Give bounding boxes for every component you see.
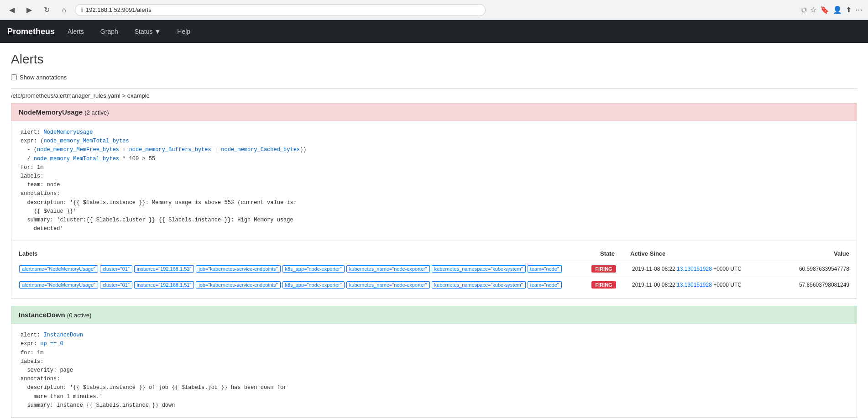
show-annotations-checkbox[interactable]	[11, 74, 17, 80]
label-tag-0-1-5: kubernetes_name="node-exporter"	[346, 281, 430, 289]
value-col-0-1: 57.85603798081249	[767, 282, 849, 288]
table-row-0-0: alertname="NodeMemoryUsage"cluster="01"i…	[19, 261, 849, 277]
labels-tags-col-0-1: alertname="NodeMemoryUsage"cluster="01"i…	[19, 281, 579, 289]
state-col-0-0: FIRING	[581, 265, 627, 273]
active-since-link-0-0[interactable]: 13.130151928	[677, 266, 712, 272]
alert-name-0: NodeMemoryUsage	[19, 108, 83, 116]
label-tag-0-1-2: instance="192.168.1.51"	[134, 281, 194, 289]
navbar-alerts-link[interactable]: Alerts	[64, 26, 88, 37]
label-tag-0-1-7: team="node"	[528, 281, 562, 289]
home-button[interactable]: ⌂	[58, 4, 70, 16]
label-tag-0-0-7: team="node"	[528, 265, 562, 273]
state-col-0-1: FIRING	[581, 281, 627, 289]
security-icon: ℹ	[81, 6, 83, 14]
navbar: Prometheus Alerts Graph Status ▼ Help	[0, 20, 868, 43]
profile-icon[interactable]: 👤	[833, 5, 842, 14]
page-title: Alerts	[11, 52, 857, 67]
back-button[interactable]: ◀	[5, 4, 18, 16]
navbar-status-dropdown[interactable]: Status ▼	[131, 26, 165, 37]
show-annotations-label[interactable]: Show annotations	[11, 74, 857, 81]
alert-section-0: NodeMemoryUsage (2 active)alert: NodeMem…	[11, 103, 857, 299]
bookmark-icon[interactable]: 🔖	[820, 5, 829, 14]
page-content: Alerts Show annotations /etc/prometheus/…	[0, 43, 868, 420]
rule-group-path: /etc/prometheus/alertmanager_rules.yaml …	[11, 88, 857, 103]
alert-header-1[interactable]: InstanceDown (0 active)	[11, 306, 857, 324]
navbar-brand[interactable]: Prometheus	[7, 27, 55, 37]
share-icon[interactable]: ⬆	[846, 5, 852, 14]
active-since-col-0-1: 2019-11-00 08:22:13.130151928 +0000 UTC	[628, 282, 765, 288]
firing-badge-0-0: FIRING	[591, 265, 616, 273]
label-tag-0-0-3: job="kubernetes-service-endpoints"	[196, 265, 280, 273]
active-since-link-0-1[interactable]: 13.130151928	[677, 282, 712, 288]
label-tag-0-0-0: alertname="NodeMemoryUsage"	[19, 265, 98, 273]
alert-rule-block-1: alert: InstanceDown expr: up == 0 for: 1…	[11, 324, 857, 418]
alert-header-0[interactable]: NodeMemoryUsage (2 active)	[11, 103, 857, 121]
firing-badge-0-1: FIRING	[591, 281, 616, 289]
label-tag-0-0-6: kubernetes_namespace="kube-system"	[432, 265, 526, 273]
alert-section-1: InstanceDown (0 active)alert: InstanceDo…	[11, 306, 857, 418]
address-bar[interactable]: ℹ 192.168.1.52:9091/alerts	[75, 4, 486, 16]
label-tag-0-1-4: k8s_app="node-exporter"	[282, 281, 345, 289]
forward-button[interactable]: ▶	[23, 4, 36, 16]
label-tag-0-1-1: cluster="01"	[100, 281, 132, 289]
alert-groups-container: NodeMemoryUsage (2 active)alert: NodeMem…	[11, 103, 857, 418]
active-since-col-header: Active Since	[630, 250, 767, 257]
alert-rule-block-0: alert: NodeMemoryUsage expr: (node_memor…	[11, 121, 857, 241]
alert-name-1: InstanceDown	[19, 311, 65, 319]
browser-chrome: ◀ ▶ ↻ ⌂ ℹ 192.168.1.52:9091/alerts ⧉ ☆ 🔖…	[0, 0, 868, 20]
labels-section-0: Labels State Active Since Value alertnam…	[11, 241, 857, 299]
label-tag-0-1-6: kubernetes_namespace="kube-system"	[432, 281, 526, 289]
dropdown-caret-icon: ▼	[154, 28, 161, 35]
reload-button[interactable]: ↻	[40, 4, 53, 16]
browser-right-icons: ⧉ ☆ 🔖 👤 ⬆ ⋯	[801, 5, 863, 14]
tab-icon[interactable]: ⧉	[801, 6, 806, 14]
star-icon[interactable]: ☆	[810, 5, 816, 14]
navbar-help-link[interactable]: Help	[173, 26, 194, 37]
value-col-header: Value	[767, 250, 849, 257]
value-col-0-0: 60.59876339547778	[767, 266, 849, 272]
labels-tags-col-0-0: alertname="NodeMemoryUsage"cluster="01"i…	[19, 265, 579, 273]
url-text: 192.168.1.52:9091/alerts	[86, 6, 152, 13]
label-tag-0-1-0: alertname="NodeMemoryUsage"	[19, 281, 98, 289]
label-tag-0-1-3: job="kubernetes-service-endpoints"	[196, 281, 280, 289]
navbar-graph-link[interactable]: Graph	[97, 26, 122, 37]
menu-icon[interactable]: ⋯	[855, 5, 863, 14]
table-row-0-1: alertname="NodeMemoryUsage"cluster="01"i…	[19, 277, 849, 293]
alert-count-0: (2 active)	[84, 109, 109, 116]
labels-col-header: Labels	[19, 250, 585, 257]
alert-count-1: (0 active)	[67, 312, 91, 319]
active-since-col-0-0: 2019-11-08 08:22:13.130151928 +0000 UTC	[628, 266, 765, 272]
state-col-header: State	[585, 250, 630, 257]
label-tag-0-0-4: k8s_app="node-exporter"	[282, 265, 345, 273]
labels-table-header-0: Labels State Active Since Value	[19, 247, 849, 261]
label-tag-0-0-2: instance="192.168.1.52"	[134, 265, 194, 273]
label-tag-0-0-1: cluster="01"	[100, 265, 132, 273]
label-tag-0-0-5: kubernetes_name="node-exporter"	[346, 265, 430, 273]
